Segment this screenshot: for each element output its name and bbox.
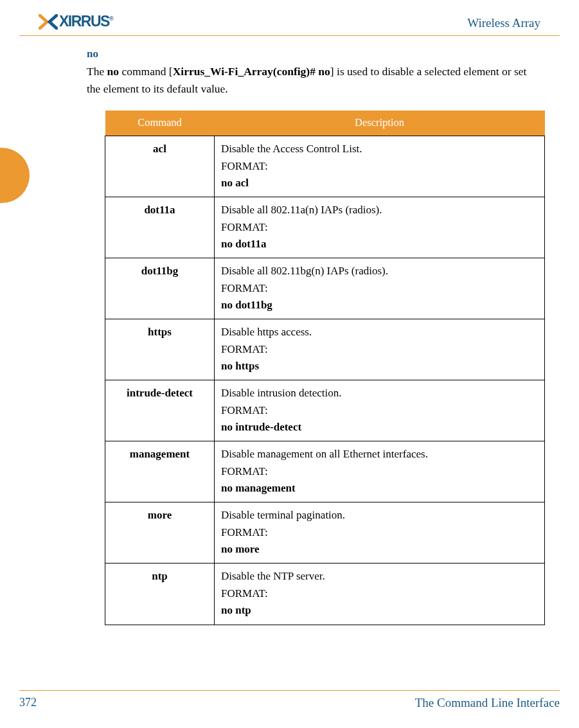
description-text: Disable the Access Control List. xyxy=(221,141,538,157)
format-label: FORMAT: xyxy=(221,402,538,419)
format-label: FORMAT: xyxy=(221,463,538,480)
format-label: FORMAT: xyxy=(221,341,538,358)
intro-text: command [ xyxy=(119,65,173,78)
description-text: Disable management on all Ethernet inter… xyxy=(221,446,538,463)
format-label: FORMAT: xyxy=(221,158,538,175)
description-text: Disable all 802.11a(n) IAPs (radios). xyxy=(221,202,538,218)
logo-icon xyxy=(39,14,58,30)
description-cell: Disable terminal pagination.FORMAT:no mo… xyxy=(215,502,545,564)
format-value: no more xyxy=(221,541,538,558)
format-value: no https xyxy=(221,358,538,375)
intro-bold-prompt: Xirrus_Wi-Fi_Array(config)# no xyxy=(173,65,330,78)
description-text: Disable intrusion detection. xyxy=(221,385,538,402)
format-value: no management xyxy=(221,480,538,497)
table-row: dot11aDisable all 802.11a(n) IAPs (radio… xyxy=(105,197,545,258)
description-text: Disable all 802.11bg(n) IAPs (radios). xyxy=(221,263,538,280)
format-label: FORMAT: xyxy=(221,585,538,602)
table-row: moreDisable terminal pagination.FORMAT:n… xyxy=(105,502,545,564)
command-cell: ntp xyxy=(105,564,215,625)
command-cell: more xyxy=(105,502,215,564)
logo-text: XIRRUS® xyxy=(59,13,112,30)
table-row: intrude-detectDisable intrusion detectio… xyxy=(105,380,545,441)
table-header-row: Command Description xyxy=(105,111,545,136)
page-header: XIRRUS® Wireless Array xyxy=(19,0,560,36)
description-cell: Disable the Access Control List.FORMAT:n… xyxy=(215,136,545,197)
command-cell: dot11bg xyxy=(105,258,215,319)
intro-text: The xyxy=(87,65,107,78)
description-cell: Disable the NTP server.FORMAT:no ntp xyxy=(215,564,545,625)
command-cell: acl xyxy=(105,136,215,197)
logo: XIRRUS® xyxy=(39,13,112,30)
format-label: FORMAT: xyxy=(221,219,538,236)
format-label: FORMAT: xyxy=(221,524,538,541)
format-value: no acl xyxy=(221,175,538,191)
command-cell: https xyxy=(105,319,215,380)
page-content: no The no command [Xirrus_Wi-Fi_Array(co… xyxy=(0,36,579,625)
description-cell: Disable all 802.11bg(n) IAPs (radios).FO… xyxy=(215,258,545,319)
table-row: httpsDisable https access.FORMAT:no http… xyxy=(105,319,545,380)
format-label: FORMAT: xyxy=(221,280,538,297)
col-header-command: Command xyxy=(105,111,215,136)
format-value: no dot11bg xyxy=(221,297,538,314)
header-title: Wireless Array xyxy=(467,16,540,30)
format-value: no intrude-detect xyxy=(221,419,538,436)
description-cell: Disable intrusion detection.FORMAT:no in… xyxy=(215,380,545,441)
description-cell: Disable all 802.11a(n) IAPs (radios).FOR… xyxy=(215,197,545,258)
command-cell: management xyxy=(105,441,215,502)
description-text: Disable the NTP server. xyxy=(221,568,538,585)
intro-paragraph: The no command [Xirrus_Wi-Fi_Array(confi… xyxy=(87,63,540,98)
intro-bold-cmd: no xyxy=(107,65,119,78)
description-text: Disable terminal pagination. xyxy=(221,507,538,524)
command-table: Command Description aclDisable the Acces… xyxy=(105,111,545,625)
table-row: managementDisable management on all Ethe… xyxy=(105,441,545,502)
command-cell: dot11a xyxy=(105,197,215,258)
command-heading: no xyxy=(87,48,540,60)
description-cell: Disable management on all Ethernet inter… xyxy=(215,441,545,502)
table-row: aclDisable the Access Control List.FORMA… xyxy=(105,136,545,197)
table-row: ntpDisable the NTP server.FORMAT:no ntp xyxy=(105,564,545,625)
description-text: Disable https access. xyxy=(221,324,538,341)
description-cell: Disable https access.FORMAT:no https xyxy=(215,319,545,380)
table-row: dot11bgDisable all 802.11bg(n) IAPs (rad… xyxy=(105,258,545,319)
format-value: no ntp xyxy=(221,602,538,619)
format-value: no dot11a xyxy=(221,236,538,253)
col-header-description: Description xyxy=(215,111,545,136)
footer-title: The Command Line Interface xyxy=(415,696,560,710)
page-number: 372 xyxy=(19,696,37,710)
page-footer: 372 The Command Line Interface xyxy=(19,690,560,710)
command-cell: intrude-detect xyxy=(105,380,215,441)
